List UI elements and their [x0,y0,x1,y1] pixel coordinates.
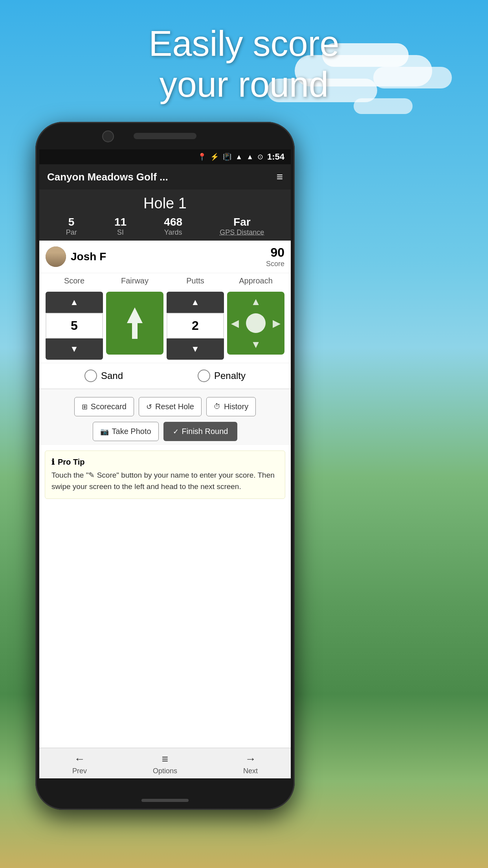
app-title: Canyon Meadows Golf ... [47,171,168,183]
si-label: SI [114,228,127,237]
score-up-button[interactable]: ▲ [46,292,103,313]
take-photo-label: Take Photo [112,427,151,436]
app-header: Canyon Meadows Golf ... ≡ [39,164,291,189]
approach-control[interactable]: ▲ ◀ ▶ ▼ [227,292,284,355]
score-grid-controls: ▲ 5 ▼ ▲ 2 ▼ [39,289,291,363]
status-bar: 📍 ⚡ 📳 ▲ ▲ ⊙ 1:54 [39,149,291,164]
player-name: Josh F [71,250,106,263]
history-icon: ⏱ [214,403,221,411]
si-value: 11 [114,216,127,228]
yards-label: Yards [164,228,182,237]
hole-title: Hole 1 [43,195,287,212]
hole-par: 5 Par [66,216,77,237]
sand-label: Sand [101,370,123,381]
action-buttons-section: ⊞ Scorecard ↺ Reset Hole ⏱ History 📷 [39,389,291,445]
score-down-button[interactable]: ▼ [46,338,103,360]
hole-stats: 5 Par 11 SI 468 Yards Far GPS Distance [43,216,287,237]
reset-hole-label: Reset Hole [155,402,194,411]
approach-up-icon: ▲ [251,296,261,308]
header-approach: Approach [226,275,286,289]
hole-info-section: Hole 1 5 Par 11 SI 468 Yards Far GPS Dis… [39,189,291,241]
hamburger-menu-icon[interactable]: ≡ [277,171,283,183]
player-score-label: Score [266,260,284,268]
gps-label: GPS Distance [220,228,264,237]
phone-frame: 📍 ⚡ 📳 ▲ ▲ ⊙ 1:54 Canyon Meadows Golf ...… [35,122,295,810]
action-row-2: 📷 Take Photo ✓ Finish Round [46,422,284,441]
signal-icon: ▲ [246,153,253,161]
score-grid-headers: Score Fairway Putts Approach [39,273,291,289]
phone-screen: 📍 ⚡ 📳 ▲ ▲ ⊙ 1:54 Canyon Meadows Golf ...… [39,149,291,778]
fairway-arrow-svg [125,305,145,341]
header-putts: Putts [165,275,226,289]
player-header: Josh F 90 Score [39,241,291,273]
sand-penalty-row: Sand Penalty [39,363,291,389]
score-value: 5 [46,313,103,338]
approach-down-icon: ▼ [251,338,261,351]
hole-gps: Far GPS Distance [220,216,264,237]
prev-icon: ← [74,753,85,765]
take-photo-button[interactable]: 📷 Take Photo [93,422,159,441]
phone-home-bar [141,799,189,802]
sand-checkbox[interactable] [84,370,97,382]
putts-down-button[interactable]: ▼ [167,338,224,360]
phone-speaker [134,133,196,139]
avatar-image [46,246,66,267]
penalty-checkbox-item: Penalty [198,370,246,382]
wifi-icon: ▲ [235,153,242,161]
bluetooth-icon: ⚡ [210,153,219,161]
pro-tip-section: ℹ Pro Tip Touch the "✎ Score" button by … [45,451,285,499]
par-label: Par [66,228,77,237]
nav-options[interactable]: ≡ Options [153,753,177,775]
reset-hole-button[interactable]: ↺ Reset Hole [139,397,202,416]
approach-control-wrapper: ▲ ◀ ▶ ▼ [226,292,286,360]
location-icon: 📍 [198,153,206,161]
player-score-section: 90 Score [266,245,284,268]
nav-next[interactable]: → Next [243,753,258,775]
prev-label: Prev [72,767,87,775]
gps-value: Far [220,216,264,228]
hole-si: 11 SI [114,216,127,237]
action-row-1: ⊞ Scorecard ↺ Reset Hole ⏱ History [46,397,284,416]
fairway-control[interactable] [106,292,163,355]
putts-value: 2 [167,313,224,338]
pro-tip-text: Touch the "✎ Score" button by your name … [51,470,279,492]
reset-icon: ↺ [146,403,152,411]
bottom-nav: ← Prev ≡ Options → Next [39,748,291,778]
yards-value: 468 [164,216,182,228]
phone-camera [102,131,114,142]
penalty-label: Penalty [214,370,246,381]
options-icon: ≡ [162,753,168,765]
player-info: Josh F [46,246,106,267]
next-label: Next [243,767,258,775]
pro-tip-title-text: Pro Tip [58,458,85,467]
header-fairway: Fairway [105,275,165,289]
vibrate-icon: 📳 [223,153,231,161]
penalty-checkbox[interactable] [198,370,210,382]
options-label: Options [153,767,177,775]
hero-line1: Easily score [0,24,488,64]
camera-icon: 📷 [100,427,109,436]
putts-control: ▲ 2 ▼ [165,292,226,360]
scorecard-label: Scorecard [91,402,127,411]
fairway-control-wrapper [105,292,165,360]
pro-tip-title: ℹ Pro Tip [51,457,279,467]
putts-up-button[interactable]: ▲ [167,292,224,313]
nav-prev[interactable]: ← Prev [72,753,87,775]
finish-round-label: Finish Round [182,427,228,436]
finish-round-button[interactable]: ✓ Finish Round [163,422,238,441]
hole-yards: 468 Yards [164,216,182,237]
checkmark-icon: ✓ [173,427,179,436]
next-icon: → [245,753,256,765]
history-button[interactable]: ⏱ History [206,397,256,416]
scorecard-button[interactable]: ⊞ Scorecard [74,397,134,416]
status-time: 1:54 [267,152,284,162]
approach-left-icon: ◀ [231,317,239,329]
player-score-value: 90 [266,245,284,260]
info-icon: ℹ [51,457,55,467]
hero-text-container: Easily score your round [0,24,488,105]
hero-line2: your round [0,64,488,105]
player-section: Josh F 90 Score Score Fairway Putts Appr… [39,241,291,748]
scorecard-icon: ⊞ [82,403,88,411]
approach-center-dot [246,313,266,333]
sand-checkbox-item: Sand [84,370,123,382]
